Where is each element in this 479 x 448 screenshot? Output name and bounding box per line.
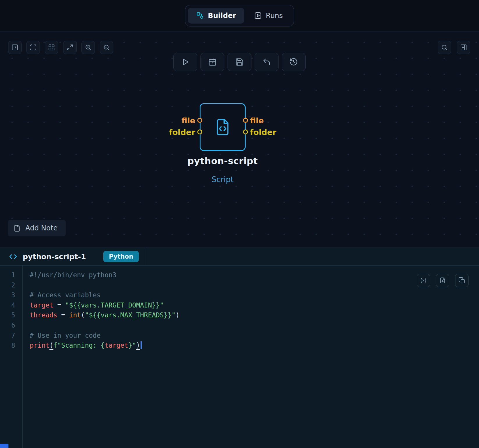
add-note-label: Add Note — [25, 224, 58, 232]
search-button[interactable] — [438, 41, 451, 54]
undo-icon — [262, 58, 271, 66]
input-port-folder[interactable] — [197, 129, 202, 134]
variables-icon — [420, 277, 427, 284]
tab-runs[interactable]: Runs — [246, 8, 291, 24]
canvas-toolbar-right — [438, 41, 470, 54]
node-title: python-script — [187, 156, 258, 166]
code-line[interactable]: threads = int("${{vars.MAX_THREADS}}") — [30, 310, 180, 320]
tab-runs-label: Runs — [266, 12, 283, 20]
code-line[interactable] — [30, 320, 180, 330]
line-number: 5 — [0, 310, 22, 320]
language-badge: Python — [103, 251, 139, 262]
add-note-button[interactable]: Add Note — [8, 220, 66, 236]
calendar-icon — [208, 58, 217, 66]
input-port-label-file: file — [181, 117, 195, 125]
collapse-panel-left-button[interactable] — [8, 41, 22, 54]
save-button[interactable] — [228, 53, 251, 71]
workflow-action-toolbar — [173, 53, 306, 71]
expand-view-icon — [66, 44, 73, 51]
collapse-panel-left-icon — [11, 44, 18, 51]
text-cursor — [141, 341, 142, 349]
note-icon — [13, 224, 21, 232]
line-number: 3 — [0, 290, 22, 300]
layout-grid-button[interactable] — [45, 41, 58, 54]
run-button[interactable] — [173, 53, 197, 71]
file-code-icon — [214, 118, 232, 136]
input-port-label-folder: folder — [169, 128, 195, 136]
line-number: 7 — [0, 330, 22, 341]
zoom-in-button[interactable] — [81, 41, 95, 54]
insert-file-button[interactable] — [436, 274, 449, 287]
tab-builder-label: Builder — [208, 12, 236, 20]
open-right-panel-button[interactable] — [457, 41, 470, 54]
code-area[interactable]: 12345678 #!/usr/bin/env python3 # Access… — [0, 266, 479, 448]
output-port-label-folder: folder — [250, 128, 276, 136]
code-icon — [9, 252, 17, 261]
history-button[interactable] — [282, 53, 306, 71]
output-port-folder[interactable] — [243, 129, 248, 134]
editor-header-left: python-script-1 Python — [0, 248, 146, 265]
line-number: 4 — [0, 300, 22, 310]
open-right-panel-icon — [460, 44, 467, 51]
tab-builder[interactable]: Builder — [188, 8, 244, 24]
line-number-gutter: 12345678 — [0, 266, 23, 448]
editor-actions — [417, 274, 469, 287]
code-line[interactable]: target = "${{vars.TARGET_DOMAIN}}" — [30, 300, 180, 310]
code-line[interactable] — [30, 280, 180, 290]
canvas-toolbar-left — [8, 41, 113, 54]
code-content[interactable]: #!/usr/bin/env python3 # Access variable… — [23, 266, 180, 448]
editor-node-title: python-script-1 — [23, 253, 86, 261]
top-bar: Builder Runs — [0, 0, 479, 31]
view-tab-switcher: Builder Runs — [185, 5, 294, 26]
layout-grid-icon — [48, 44, 55, 51]
horizontal-scrollbar-thumb[interactable] — [0, 444, 8, 448]
line-number: 2 — [0, 280, 22, 290]
copy-button[interactable] — [455, 274, 469, 287]
output-port-file[interactable] — [243, 118, 248, 123]
schedule-button[interactable] — [201, 53, 224, 71]
zoom-in-icon — [85, 44, 92, 51]
search-icon — [441, 44, 448, 51]
node-python-script[interactable]: file folder file folder — [200, 103, 246, 151]
editor-header: python-script-1 Python — [0, 248, 479, 266]
fit-frame-icon — [30, 44, 37, 51]
run-icon — [181, 58, 190, 66]
play-square-icon — [254, 12, 262, 19]
copy-icon — [458, 277, 465, 284]
app-root: Builder Runs — [0, 0, 479, 448]
save-icon — [235, 58, 244, 66]
variables-button[interactable] — [417, 274, 430, 287]
history-icon — [289, 58, 298, 66]
workflow-canvas[interactable]: file folder file folder python-script Sc… — [0, 31, 479, 248]
code-line[interactable]: # Access variables — [30, 290, 180, 300]
expand-view-button[interactable] — [63, 41, 77, 54]
output-port-label-file: file — [250, 117, 264, 125]
node-subtitle: Script — [212, 175, 233, 184]
code-line[interactable]: # Use in your code — [30, 330, 180, 341]
workflow-icon — [196, 12, 204, 19]
code-line[interactable]: print(f"Scanning: {target}") — [30, 340, 180, 351]
input-port-file[interactable] — [197, 118, 202, 123]
fit-frame-button[interactable] — [26, 41, 40, 54]
code-line[interactable]: #!/usr/bin/env python3 — [30, 270, 180, 280]
zoom-out-icon — [103, 44, 110, 51]
file-plus-icon — [439, 277, 446, 284]
undo-button[interactable] — [255, 53, 278, 71]
zoom-out-button[interactable] — [100, 41, 113, 54]
line-number: 8 — [0, 340, 22, 351]
line-number: 1 — [0, 270, 22, 280]
line-number: 6 — [0, 320, 22, 330]
code-editor-panel: python-script-1 Python 12345678 #!/usr/b… — [0, 248, 479, 448]
